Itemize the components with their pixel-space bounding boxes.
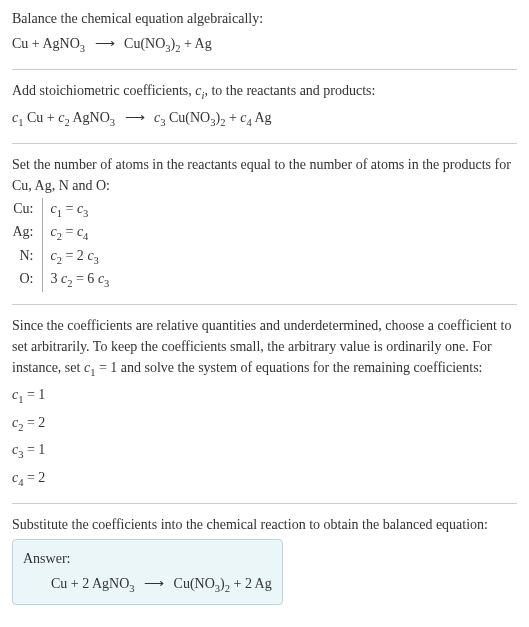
coefficient-line: c1 = 1 <box>12 384 517 408</box>
element-label: N: <box>12 245 42 269</box>
eq-text: + <box>67 576 82 591</box>
solve-title: Since the coefficients are relative quan… <box>12 315 517 381</box>
divider <box>12 304 517 305</box>
text: , to the reactants and products: <box>204 83 375 98</box>
element-equation: c2 = 2 c3 <box>42 245 115 269</box>
section-problem: Balance the chemical equation algebraica… <box>12 8 517 57</box>
eq-text: + <box>28 36 42 51</box>
eq-text: Cu(NO <box>124 36 165 51</box>
eq-text: Cu <box>12 36 28 51</box>
subscript: 3 <box>110 117 115 128</box>
eq-text: + <box>43 110 58 125</box>
arrow-icon: ⟶ <box>125 110 145 125</box>
section-stoichiometric: Add stoichiometric coefficients, ci, to … <box>12 80 517 131</box>
table-row: N:c2 = 2 c3 <box>12 245 115 269</box>
text: = 1 and solve the system of equations fo… <box>95 360 482 375</box>
eq-text: 2 Ag <box>245 576 272 591</box>
eq-text: + <box>230 576 245 591</box>
section-atoms: Set the number of atoms in the reactants… <box>12 154 517 292</box>
arrow-icon: ⟶ <box>95 36 115 51</box>
element-equation: c1 = c3 <box>42 198 115 222</box>
table-row: Cu:c1 = c3 <box>12 198 115 222</box>
eq-text: AgNO <box>42 36 79 51</box>
text: Add stoichiometric coefficients, <box>12 83 195 98</box>
divider <box>12 503 517 504</box>
atoms-title: Set the number of atoms in the reactants… <box>12 154 517 196</box>
eq-text: Cu(NO <box>165 110 210 125</box>
problem-title: Balance the chemical equation algebraica… <box>12 8 517 29</box>
table-row: O:3 c2 = 6 c3 <box>12 268 115 292</box>
eq-text: + <box>180 36 194 51</box>
stoich-title: Add stoichiometric coefficients, ci, to … <box>12 80 517 104</box>
eq-text: 2 AgNO <box>82 576 129 591</box>
section-answer: Substitute the coefficients into the che… <box>12 514 517 606</box>
eq-text: Ag <box>252 110 272 125</box>
eq-text: Cu <box>23 110 43 125</box>
balanced-equation: Cu + 2 AgNO3 ⟶ Cu(NO3)2 + 2 Ag <box>23 573 272 597</box>
coefficient-line: c2 = 2 <box>12 412 517 436</box>
subscript: 3 <box>129 582 134 593</box>
unbalanced-equation: Cu + AgNO3 ⟶ Cu(NO3)2 + Ag <box>12 33 517 57</box>
element-equation: c2 = c4 <box>42 221 115 245</box>
section-solve: Since the coefficients are relative quan… <box>12 315 517 491</box>
element-label: Ag: <box>12 221 42 245</box>
coeff-equation: c1 Cu + c2 AgNO3 ⟶ c3 Cu(NO3)2 + c4 Ag <box>12 107 517 131</box>
element-equation: 3 c2 = 6 c3 <box>42 268 115 292</box>
arrow-icon: ⟶ <box>144 576 164 591</box>
eq-text: AgNO <box>70 110 110 125</box>
element-label: Cu: <box>12 198 42 222</box>
coefficient-line: c3 = 1 <box>12 439 517 463</box>
coefficient-list: c1 = 1c2 = 2c3 = 1c4 = 2 <box>12 384 517 490</box>
answer-title: Substitute the coefficients into the che… <box>12 514 517 535</box>
answer-label: Answer: <box>23 548 272 569</box>
eq-text: Ag <box>195 36 212 51</box>
divider <box>12 69 517 70</box>
subscript: 3 <box>80 43 85 54</box>
eq-text: + <box>225 110 240 125</box>
table-row: Ag:c2 = c4 <box>12 221 115 245</box>
divider <box>12 143 517 144</box>
element-equations-table: Cu:c1 = c3Ag:c2 = c4N:c2 = 2 c3O:3 c2 = … <box>12 198 115 292</box>
eq-text: Cu(NO <box>174 576 215 591</box>
eq-text: Cu <box>51 576 67 591</box>
answer-box: Answer: Cu + 2 AgNO3 ⟶ Cu(NO3)2 + 2 Ag <box>12 539 283 606</box>
coefficient-line: c4 = 2 <box>12 467 517 491</box>
element-label: O: <box>12 268 42 292</box>
